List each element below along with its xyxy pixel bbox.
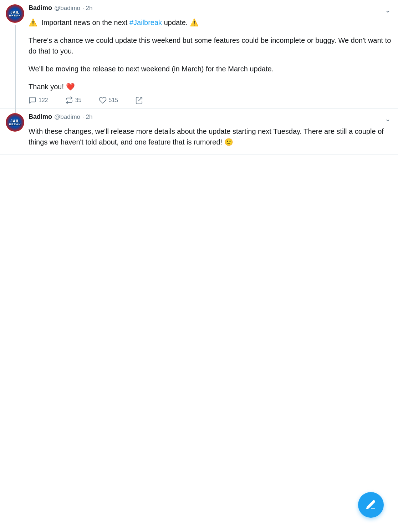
- tweet-1-para-1: ⚠️ Important news on the next #Jailbreak…: [29, 17, 392, 28]
- author-handle-1: @badimo: [54, 5, 80, 12]
- avatar-2: JAIL BREAK: [6, 113, 24, 132]
- tweet-1: JAIL BREAK Badimo @badimo · 2h ⌄ ⚠️ Impo…: [0, 0, 398, 109]
- like-action-1[interactable]: 515: [99, 96, 118, 104]
- tweet-1-para-4: Thank you! ❤️: [29, 81, 392, 92]
- tweet-1-header: Badimo @badimo · 2h ⌄: [29, 4, 392, 16]
- author-name-2: Badimo: [29, 113, 52, 121]
- chevron-down-icon-2[interactable]: ⌄: [383, 113, 392, 125]
- avatar-1: JAIL BREAK: [6, 4, 24, 23]
- tweet-2-content: Badimo @badimo · 2h ⌄ With these changes…: [29, 113, 392, 150]
- tweet-1-para-2: There's a chance we could update this we…: [29, 35, 392, 56]
- retweet-count-1: 35: [75, 97, 82, 103]
- share-icon-1: [135, 96, 143, 104]
- tweet-1-content: Badimo @badimo · 2h ⌄ ⚠️ Important news …: [29, 4, 392, 104]
- comment-action-1[interactable]: 122: [29, 96, 48, 104]
- tweet-2-author: Badimo @badimo · 2h: [29, 113, 92, 121]
- comment-icon-1: [29, 96, 36, 104]
- like-icon-1: [99, 96, 107, 104]
- tweet-time-2: · 2h: [82, 113, 92, 121]
- tweet-1-para-3: We'll be moving the release to next week…: [29, 64, 392, 74]
- tweet-2-text: With these changes, we'll release more d…: [29, 126, 392, 147]
- retweet-action-1[interactable]: 35: [65, 96, 82, 104]
- tweet-time-1: · 2h: [82, 5, 92, 12]
- tweet-1-actions: 122 35 515: [29, 96, 392, 104]
- comment-count-1: 122: [39, 97, 48, 103]
- tweet-2-para-1: With these changes, we'll release more d…: [29, 126, 392, 147]
- tweet-2-header: Badimo @badimo · 2h ⌄: [29, 113, 392, 125]
- share-action-1[interactable]: [135, 96, 143, 104]
- tweet-2: JAIL BREAK Badimo @badimo · 2h ⌄ With th…: [0, 109, 398, 155]
- author-handle-2: @badimo: [54, 113, 80, 121]
- retweet-icon-1: [65, 96, 73, 104]
- thread-line: [15, 25, 16, 113]
- tweet-1-text: ⚠️ Important news on the next #Jailbreak…: [29, 17, 392, 92]
- like-count-1: 515: [109, 97, 118, 103]
- hashtag-jailbreak[interactable]: #Jailbreak: [129, 19, 162, 26]
- tweet-1-author: Badimo @badimo · 2h: [29, 4, 92, 12]
- chevron-down-icon-1[interactable]: ⌄: [383, 4, 392, 16]
- author-name-1: Badimo: [29, 4, 52, 12]
